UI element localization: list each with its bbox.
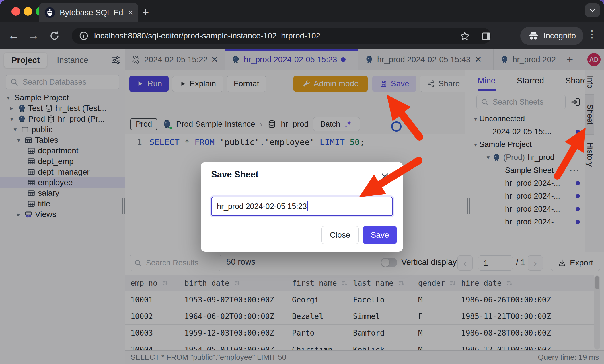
dialog-save-button[interactable]: Save	[363, 226, 397, 244]
back-icon[interactable]: ←	[8, 30, 20, 41]
sheet-name-input[interactable]: hr_prod 2024-02-05 15:23	[211, 197, 393, 216]
url-text: localhost:8080/sql-editor/prod-sample-in…	[94, 31, 320, 40]
dialog-title: Save Sheet	[211, 169, 258, 180]
browser-tab[interactable]: Bytebase SQL Editor ×	[39, 3, 138, 22]
tab-search-chevron-button[interactable]	[585, 3, 600, 17]
text-caret	[307, 201, 308, 211]
dialog-close-icon[interactable]	[380, 172, 390, 181]
dialog-close-button[interactable]: Close	[321, 226, 359, 244]
sheet-name-value: hr_prod 2024-02-05 15:23	[217, 202, 307, 211]
incognito-label: Incognito	[543, 31, 576, 40]
address-bar[interactable]: localhost:8080/sql-editor/prod-sample-in…	[72, 28, 491, 44]
browser-tab-close-icon[interactable]: ×	[128, 8, 133, 17]
dialog-divider	[201, 189, 403, 189]
window-close-button[interactable]	[11, 7, 20, 16]
save-sheet-dialog: Save Sheet hr_prod 2024-02-05 15:23 Clos…	[201, 162, 403, 252]
forward-icon[interactable]: →	[28, 30, 39, 41]
bytebase-favicon-icon	[44, 7, 56, 18]
browser-menu-icon[interactable]: ⋮	[587, 29, 597, 39]
browser-tabstrip: Bytebase SQL Editor × +	[0, 0, 604, 22]
new-browser-tab-button[interactable]: +	[142, 6, 149, 18]
reload-icon[interactable]	[49, 30, 60, 42]
window-minimize-button[interactable]	[24, 7, 32, 16]
chevron-down-icon	[588, 6, 597, 15]
side-panel-icon[interactable]	[481, 31, 492, 42]
bookmark-star-icon[interactable]	[459, 31, 470, 42]
site-info-icon[interactable]	[79, 31, 89, 41]
bytebase-sql-editor-window: Bytebase SQL Editor × + ← → localhost:80…	[0, 0, 604, 364]
browser-toolbar: ← → localhost:8080/sql-editor/prod-sampl…	[0, 22, 604, 49]
incognito-badge: Incognito	[520, 27, 583, 45]
browser-tab-title: Bytebase SQL Editor	[60, 8, 124, 17]
browser-chrome: Bytebase SQL Editor × + ← → localhost:80…	[0, 0, 604, 49]
incognito-icon	[528, 30, 539, 42]
